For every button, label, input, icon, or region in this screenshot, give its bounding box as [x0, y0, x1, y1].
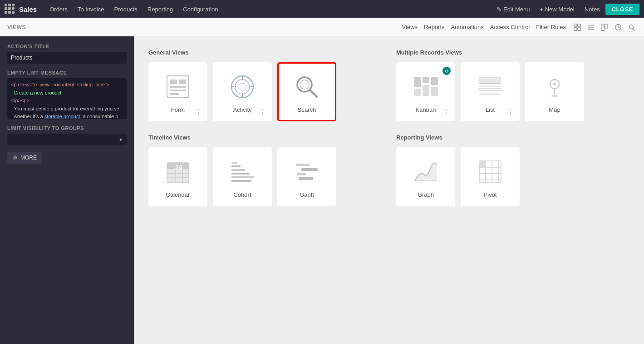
- svg-rect-32: [423, 77, 429, 83]
- menu-configuration[interactable]: Configuration: [178, 4, 222, 15]
- svg-rect-60: [231, 176, 254, 178]
- svg-rect-3: [578, 27, 580, 30]
- svg-rect-65: [299, 177, 313, 180]
- svg-point-28: [300, 80, 309, 89]
- icon-clock[interactable]: [613, 22, 623, 32]
- pivot-icon: [474, 156, 506, 188]
- action-title-input[interactable]: [7, 52, 127, 64]
- view-card-map[interactable]: Map: [525, 62, 584, 121]
- view-card-form[interactable]: Form ⋮: [148, 62, 207, 121]
- svg-rect-0: [574, 24, 577, 26]
- filter-rules-link[interactable]: Filter Rules: [536, 24, 566, 30]
- svg-rect-58: [231, 169, 245, 171]
- icon-kanban-view[interactable]: [600, 22, 610, 32]
- kanban-menu-icon[interactable]: ⋮: [442, 109, 450, 116]
- notes-btn[interactable]: Notes: [580, 4, 605, 15]
- timeline-views-section: Timeline Views 24: [148, 134, 382, 219]
- menu-to-invoice[interactable]: To Invoice: [73, 4, 109, 15]
- views-link[interactable]: Views: [402, 24, 418, 30]
- svg-rect-19: [170, 93, 179, 95]
- multiple-records-section: Multiple Records Views ⚙: [396, 49, 629, 134]
- svg-rect-63: [301, 168, 318, 171]
- view-card-gantt[interactable]: Gantt: [277, 147, 336, 206]
- svg-rect-15: [170, 80, 177, 84]
- view-card-list[interactable]: List ⋮: [461, 62, 520, 121]
- view-card-kanban[interactable]: ⚙ Kanban ⋮: [396, 62, 455, 121]
- menu-reporting[interactable]: Reporting: [143, 4, 177, 15]
- graph-icon: [410, 156, 442, 188]
- gear-icon: ⚙: [13, 155, 18, 161]
- view-card-search[interactable]: Search: [277, 62, 336, 121]
- edit-menu-btn[interactable]: ✎ Edit Menu: [492, 4, 534, 15]
- svg-rect-62: [296, 164, 310, 166]
- form-menu-icon[interactable]: ⋮: [195, 109, 202, 116]
- svg-rect-35: [431, 87, 438, 96]
- new-model-btn[interactable]: + New Model: [536, 4, 579, 15]
- icon-search-bar[interactable]: [627, 22, 637, 32]
- reporting-views-title: Reporting Views: [396, 134, 629, 141]
- svg-point-21: [235, 80, 250, 94]
- svg-rect-64: [297, 173, 306, 175]
- svg-rect-30: [414, 77, 421, 87]
- menu-products[interactable]: Products: [109, 4, 142, 15]
- graph-label: Graph: [418, 191, 434, 198]
- map-icon: [539, 71, 570, 103]
- calendar-label: Calendar: [166, 191, 190, 198]
- reporting-views-grid: Graph: [396, 147, 629, 206]
- visibility-select-wrap: ▼: [7, 134, 127, 145]
- svg-rect-33: [423, 85, 429, 96]
- svg-rect-8: [605, 24, 608, 28]
- timeline-views-title: Timeline Views: [148, 134, 382, 141]
- svg-rect-74: [479, 161, 486, 167]
- more-button[interactable]: ⚙ MORE: [7, 152, 42, 164]
- list-menu-icon[interactable]: ⋮: [507, 109, 514, 116]
- icon-list-view[interactable]: [586, 22, 596, 32]
- apps-icon[interactable]: [5, 4, 15, 15]
- automations-link[interactable]: Automations: [451, 24, 484, 30]
- activity-menu-icon[interactable]: ⋮: [259, 109, 266, 116]
- view-card-pivot[interactable]: Pivot: [461, 147, 520, 206]
- menu-orders[interactable]: Orders: [45, 4, 72, 15]
- svg-point-22: [239, 83, 246, 90]
- views-bar-icons: [572, 22, 637, 32]
- search-icon: [291, 71, 323, 103]
- reports-link[interactable]: Reports: [424, 24, 445, 30]
- view-card-graph[interactable]: Graph: [396, 147, 455, 206]
- svg-rect-61: [231, 180, 251, 182]
- kanban-icon: [410, 71, 442, 103]
- limit-visibility-label: Limit visibility to groups: [7, 125, 127, 131]
- empty-list-textarea[interactable]: <p class="o_view_nocontent_smiling_face"…: [7, 78, 127, 119]
- multiple-records-title: Multiple Records Views: [396, 49, 629, 56]
- views-bar-label: VIEWS: [7, 24, 26, 30]
- cohort-icon: [226, 156, 258, 188]
- list-icon: [474, 71, 506, 103]
- svg-rect-7: [601, 24, 604, 30]
- svg-rect-56: [231, 162, 237, 164]
- activity-icon: [226, 71, 258, 103]
- pivot-label: Pivot: [484, 191, 497, 198]
- view-card-calendar[interactable]: 24 Calendar: [148, 147, 207, 206]
- views-bar: VIEWS Views Reports Automations Access C…: [0, 18, 644, 36]
- close-btn[interactable]: CLOSE: [605, 4, 639, 15]
- visibility-select[interactable]: [7, 134, 127, 145]
- empty-list-label: Empty List Message: [7, 70, 127, 75]
- svg-point-47: [553, 83, 556, 85]
- timeline-views-grid: 24 Calendar: [148, 147, 382, 206]
- activity-label: Activity: [233, 106, 251, 113]
- view-card-cohort[interactable]: Cohort: [213, 147, 272, 206]
- access-control-link[interactable]: Access Control: [490, 24, 530, 30]
- svg-rect-16: [179, 80, 186, 84]
- form-icon: [162, 71, 194, 103]
- svg-point-48: [551, 95, 558, 97]
- calendar-icon: 24: [162, 156, 194, 188]
- svg-rect-59: [231, 173, 250, 174]
- brand-label[interactable]: Sales: [19, 5, 37, 13]
- content-area: General Views: [134, 36, 644, 344]
- top-sections: General Views: [148, 49, 629, 134]
- gantt-icon: [291, 156, 323, 188]
- icon-person[interactable]: [572, 22, 582, 32]
- view-card-activity[interactable]: Activity ⋮: [213, 62, 272, 121]
- svg-rect-41: [479, 78, 501, 83]
- gantt-label: Gantt: [300, 191, 314, 198]
- svg-rect-2: [574, 27, 577, 30]
